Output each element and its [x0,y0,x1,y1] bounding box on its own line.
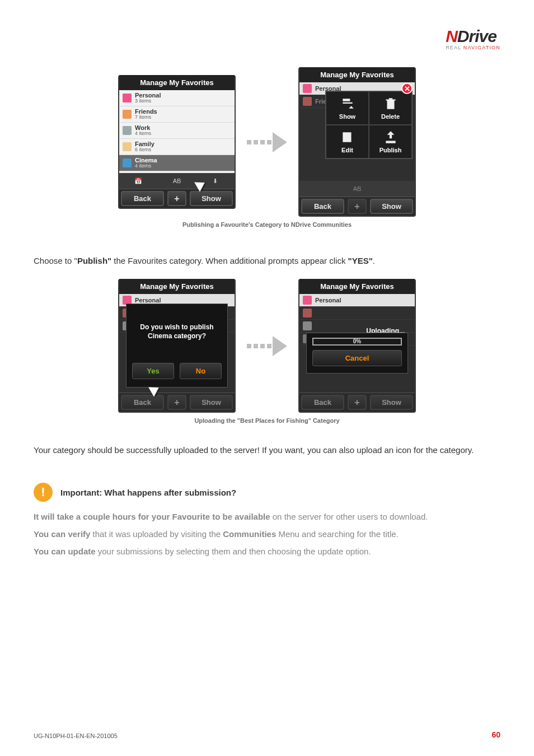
sort-date-icon[interactable]: 📅 [130,178,147,185]
brand-tag-b: NAVIGATION [463,45,500,50]
phone-title: Manage My Favorites [299,67,415,82]
upload-box: 0% Cancel [306,333,408,374]
body-text-1: Choose to "Publish" the Favourites categ… [34,255,500,267]
figure-2-caption: Uploading the "Best Places for Fishing" … [34,417,500,424]
brand-logo: NDrive REAL NAVIGATION [446,27,500,50]
yes-button[interactable]: Yes [132,363,174,379]
list-item[interactable]: Personal3 items [119,90,235,106]
important-icon [34,483,53,502]
edit-icon [340,130,355,144]
brand-tag-a: REAL [446,45,461,50]
action-edit[interactable]: Edit [326,125,369,158]
list-item[interactable]: Work4 items [119,123,235,139]
important-box: Important: What happens after submission… [34,483,500,556]
nav-bar: Back + Show [299,197,415,216]
list-item [299,307,415,320]
phone-title: Manage My Favorites [299,279,415,294]
figure-1-row: Manage My Favorites Personal3 items Frie… [34,67,500,217]
show-button[interactable]: Show [190,395,233,410]
back-button[interactable]: Back [121,191,164,206]
sort-strip: AB [299,181,415,197]
nav-bar: Back + Show [119,189,235,208]
sort-down-icon[interactable]: ⬇ [207,178,224,185]
transition-arrow-icon [247,336,287,356]
add-button[interactable]: + [348,395,367,410]
action-publish[interactable]: Publish [369,125,412,158]
sort-alpha[interactable]: AB [168,178,185,184]
action-show[interactable]: Show [326,91,369,125]
add-button[interactable]: + [167,395,186,410]
back-button[interactable]: Back [301,395,344,410]
back-button[interactable]: Back [301,199,344,214]
phone-title: Manage My Favorites [119,75,235,90]
page-number: 60 [491,730,500,739]
phone-title: Manage My Favorites [119,279,235,294]
cancel-button[interactable]: Cancel [312,350,402,366]
confirm-popup: Do you wish to publish Cinema category? … [126,304,228,388]
show-button[interactable]: Show [370,395,413,410]
popup-line: Do you wish to publish [140,323,213,331]
show-button[interactable]: Show [370,199,413,214]
sort-alpha: AB [349,185,366,192]
no-button[interactable]: No [180,363,222,379]
figure-1-caption: Publishing a Favourite's Category to NDr… [34,221,500,228]
page-footer: UG-N10PH-01-EN-EN-201005 60 [34,730,500,739]
popup-line: Cinema category? [148,332,206,340]
action-overlay: Show Delete Edit Publish [325,91,413,159]
nav-bar: Back + Show [119,393,235,412]
body-text-2: Your category should be successfully upl… [34,444,500,456]
progress-bar: 0% [312,338,402,346]
brand-rest: Drive [457,27,496,45]
brand-prefix: N [446,27,457,45]
delete-icon [383,96,398,111]
show-button[interactable]: Show [190,191,233,206]
add-button[interactable]: + [167,191,186,206]
favorites-list: Personal3 items Friends7 items Work4 ite… [119,90,235,173]
show-icon [340,96,355,111]
important-title: Important: What happens after submission… [60,488,236,497]
list-item[interactable]: Family6 items [119,139,235,155]
phone-1-left: Manage My Favorites Personal3 items Frie… [118,75,236,209]
nav-bar: Back + Show [299,393,415,412]
action-delete[interactable]: Delete [369,91,412,125]
sort-strip: 📅 AB ⬇ [119,173,235,189]
list-item-selected[interactable]: Cinema4 items [119,155,235,171]
publish-icon [383,130,398,144]
list-item: Personal [299,294,415,307]
figure-2-row: Manage My Favorites Personal Back + Show… [34,279,500,413]
list-item[interactable]: Friends7 items [119,106,235,123]
transition-arrow-icon [247,132,287,152]
doc-id: UG-N10PH-01-EN-EN-201005 [34,732,118,739]
close-icon[interactable]: ✕ [401,83,413,94]
add-button[interactable]: + [348,199,367,214]
back-button[interactable]: Back [121,395,164,410]
